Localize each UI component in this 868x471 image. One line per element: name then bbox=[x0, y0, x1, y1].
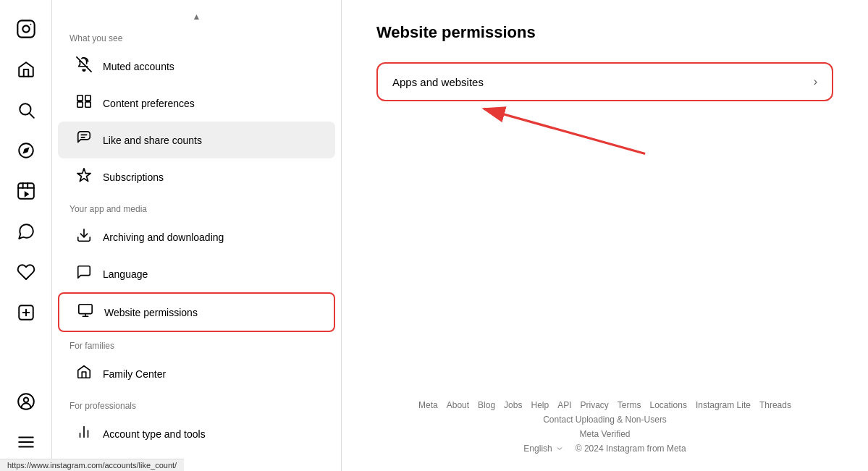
sidebar-item-family-center[interactable]: Family Center bbox=[58, 355, 335, 392]
chevron-right-icon: › bbox=[814, 75, 817, 88]
language-label: English bbox=[523, 444, 552, 454]
muted-accounts-label: Muted accounts bbox=[103, 61, 174, 72]
archiving-icon bbox=[75, 227, 93, 247]
footer-link-about[interactable]: About bbox=[447, 400, 469, 410]
sidebar-item-archiving[interactable]: Archiving and downloading bbox=[58, 218, 335, 255]
svg-point-15 bbox=[18, 394, 34, 410]
footer-link-locations[interactable]: Locations bbox=[650, 400, 687, 410]
footer-link-privacy[interactable]: Privacy bbox=[581, 400, 609, 410]
sidebar-item-account-type[interactable]: Account type and tools bbox=[58, 415, 335, 452]
muted-accounts-icon bbox=[75, 56, 93, 76]
sidebar-item-website-permissions[interactable]: Website permissions bbox=[58, 292, 335, 332]
scroll-up-arrow[interactable]: ▲ bbox=[52, 9, 341, 25]
section-label-what-you-see: What you see bbox=[52, 25, 341, 48]
website-permissions-label: Website permissions bbox=[104, 307, 198, 318]
reels-icon[interactable] bbox=[9, 174, 43, 208]
account-type-label: Account type and tools bbox=[103, 428, 206, 440]
main-content: Website permissions Apps and websites › … bbox=[342, 0, 868, 471]
svg-point-2 bbox=[30, 24, 31, 25]
like-share-counts-label: Like and share counts bbox=[103, 135, 202, 146]
family-center-label: Family Center bbox=[103, 368, 166, 380]
footer-link-instagram-lite[interactable]: Instagram Lite bbox=[696, 400, 751, 410]
family-center-icon bbox=[75, 364, 93, 383]
svg-rect-7 bbox=[18, 183, 34, 199]
explore-icon[interactable] bbox=[9, 133, 43, 168]
sidebar-item-content-preferences[interactable]: Content preferences bbox=[58, 85, 335, 122]
account-type-icon bbox=[75, 424, 93, 444]
archiving-label: Archiving and downloading bbox=[103, 232, 224, 243]
svg-marker-6 bbox=[22, 147, 29, 153]
subscriptions-icon bbox=[75, 167, 93, 187]
footer-language-row: English © 2024 Instagram from Meta bbox=[376, 444, 833, 454]
svg-rect-23 bbox=[77, 102, 83, 107]
section-label-families: For families bbox=[52, 332, 341, 355]
annotation-arrow bbox=[376, 101, 833, 159]
language-icon bbox=[75, 264, 93, 284]
language-label: Language bbox=[103, 268, 148, 280]
content-preferences-icon bbox=[75, 93, 93, 113]
svg-line-4 bbox=[29, 114, 33, 118]
language-selector[interactable]: English bbox=[523, 444, 563, 454]
svg-marker-11 bbox=[24, 191, 29, 198]
profile-icon[interactable] bbox=[9, 384, 43, 419]
footer-link-contact[interactable]: Contact Uploading & Non-Users bbox=[543, 415, 667, 425]
create-icon[interactable] bbox=[9, 295, 43, 330]
search-icon[interactable] bbox=[9, 93, 43, 127]
home-icon[interactable] bbox=[9, 52, 43, 87]
svg-point-1 bbox=[22, 25, 29, 32]
footer-link-help[interactable]: Help bbox=[531, 400, 549, 410]
page-title: Website permissions bbox=[376, 23, 833, 42]
section-label-professionals: For professionals bbox=[52, 392, 341, 415]
messages-icon[interactable] bbox=[9, 214, 43, 249]
svg-rect-24 bbox=[85, 102, 90, 107]
footer-links: Meta About Blog Jobs Help API Privacy Te… bbox=[376, 400, 833, 425]
footer-meta-verified[interactable]: Meta Verified bbox=[376, 429, 833, 439]
sidebar-item-muted-accounts[interactable]: Muted accounts bbox=[58, 48, 335, 85]
instagram-logo-icon[interactable] bbox=[9, 12, 43, 46]
footer-copyright: © 2024 Instagram from Meta bbox=[576, 444, 686, 454]
footer-link-terms[interactable]: Terms bbox=[618, 400, 641, 410]
apps-websites-card[interactable]: Apps and websites › bbox=[376, 62, 833, 101]
apps-websites-label: Apps and websites bbox=[392, 76, 484, 88]
section-label-app-media: Your app and media bbox=[52, 195, 341, 218]
subscriptions-label: Subscriptions bbox=[103, 171, 164, 183]
svg-rect-21 bbox=[77, 96, 83, 101]
footer-link-jobs[interactable]: Jobs bbox=[504, 400, 522, 410]
svg-point-16 bbox=[23, 398, 28, 403]
icon-bar bbox=[0, 0, 52, 471]
menu-icon[interactable] bbox=[9, 425, 43, 459]
sidebar-item-subscriptions[interactable]: Subscriptions bbox=[58, 158, 335, 195]
notifications-icon[interactable] bbox=[9, 255, 43, 289]
footer-link-threads[interactable]: Threads bbox=[759, 400, 791, 410]
svg-rect-28 bbox=[79, 305, 92, 314]
footer-link-api[interactable]: API bbox=[557, 400, 571, 410]
sidebar-item-like-share-counts[interactable]: Like and share counts bbox=[58, 122, 335, 158]
url-bar: https://www.instagram.com/accounts/like_… bbox=[0, 459, 184, 471]
like-share-counts-icon bbox=[75, 130, 93, 150]
content-preferences-label: Content preferences bbox=[103, 98, 195, 109]
svg-rect-22 bbox=[85, 96, 90, 101]
svg-rect-0 bbox=[17, 20, 34, 37]
website-permissions-icon bbox=[77, 302, 94, 322]
language-chevron-icon bbox=[555, 444, 564, 453]
sidebar: ▲ What you see Muted accounts Content pr… bbox=[52, 0, 342, 471]
footer-link-blog[interactable]: Blog bbox=[478, 400, 495, 410]
footer: Meta About Blog Jobs Help API Privacy Te… bbox=[376, 400, 833, 454]
svg-line-36 bbox=[484, 109, 645, 153]
footer-link-meta[interactable]: Meta bbox=[418, 400, 438, 410]
sidebar-item-language[interactable]: Language bbox=[58, 255, 335, 292]
